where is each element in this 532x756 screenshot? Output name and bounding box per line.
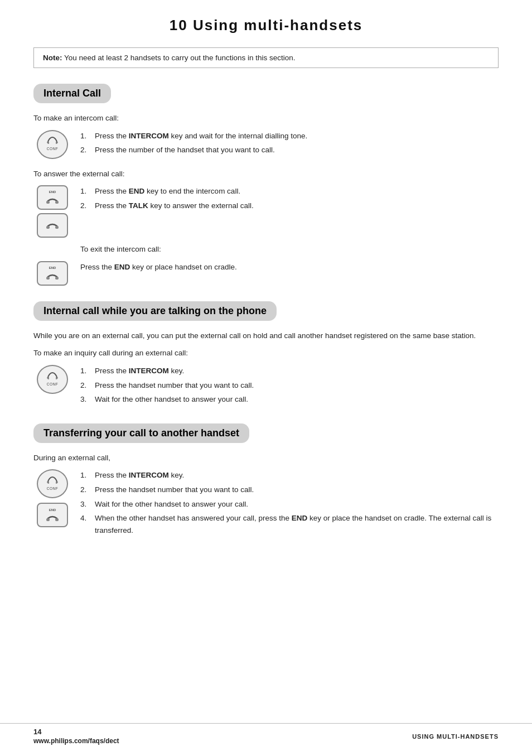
footer-page-number: 14 (33, 728, 41, 736)
intercom-phone-svg (46, 136, 59, 145)
exit-intercom-indent: To exit the intercom call: (80, 243, 499, 256)
talking-intercom-phone-svg (46, 372, 59, 381)
exit-end-button-icon: END (37, 261, 68, 286)
talk-phone-svg (46, 220, 59, 230)
note-label: Note: You need at least 2 handsets to ca… (43, 54, 296, 62)
page: 10 Using multi-handsets Note: You need a… (0, 0, 532, 756)
talking-intercom-icon-box: CONF (33, 365, 71, 394)
footer-left: 14 www.philips.com/faqs/dect (33, 727, 119, 745)
footer-url: www.philips.com/faqs/dect (33, 737, 119, 745)
intercom-button-icon: CONF (37, 130, 68, 159)
end-phone-svg (46, 196, 59, 205)
talking-intercom-label: CONF (47, 382, 58, 387)
step-item: 2. Press the handset number that you wan… (80, 484, 499, 496)
talking-steps: 1. Press the INTERCOM key. 2. Press the … (80, 365, 499, 408)
talking-intercom-button-icon: CONF (37, 365, 68, 394)
internal-call-intro-a: To make an intercom call: (33, 112, 499, 124)
talking-para2: To make an inquiry call during an extern… (33, 347, 499, 359)
step-item: 1. Press the INTERCOM key and wait for t… (80, 130, 499, 142)
transferring-intro: During an external call, (33, 452, 499, 464)
section-internal-call: Internal Call To make an intercom call: … (33, 84, 499, 286)
internal-call-steps-a: 1. Press the INTERCOM key and wait for t… (80, 130, 499, 158)
talking-steps-row: CONF 1. Press the INTERCOM key. 2. Press… (33, 365, 499, 408)
talk-button-icon (37, 213, 68, 238)
step-item: 1. Press the INTERCOM key. (80, 469, 499, 481)
transferring-icon-box: CONF END (33, 469, 71, 527)
internal-call-steps-b: 1. Press the END key to end the intercom… (80, 185, 499, 214)
end-button-icon: END (37, 185, 68, 210)
footer-center: USING MULTI-HANDSETS (412, 731, 499, 740)
transferring-steps: 1. Press the INTERCOM key. 2. Press the … (80, 469, 499, 538)
page-footer: 14 www.philips.com/faqs/dect USING MULTI… (0, 723, 532, 745)
svg-rect-7 (55, 518, 59, 521)
section-header-transferring: Transferring your call to another handse… (33, 423, 249, 443)
section-transferring: Transferring your call to another handse… (33, 423, 499, 539)
transferring-end-icon: END (37, 503, 68, 527)
transferring-steps-row: CONF END (33, 469, 499, 538)
step-item: 2. Press the handset number that you wan… (80, 379, 499, 392)
exit-intercom-row: END Press the END key or place handset o… (33, 261, 499, 286)
svg-rect-0 (46, 201, 50, 204)
svg-rect-1 (55, 201, 59, 204)
transferring-end-svg (46, 514, 59, 523)
transferring-intercom-label: CONF (47, 486, 58, 492)
section-header-internal-call: Internal Call (33, 84, 111, 103)
step-item: 2. Press the TALK key to answer the exte… (80, 200, 499, 212)
svg-rect-6 (46, 518, 50, 521)
end-talk-icon-box: END (33, 185, 71, 238)
exit-intercom-text: Press the END key or place handset on cr… (80, 261, 499, 273)
intercom-icon-box: CONF (33, 130, 71, 159)
transferring-intercom-icon: CONF (37, 469, 68, 498)
svg-rect-4 (46, 277, 50, 280)
step-item: 1. Press the END key to end the intercom… (80, 185, 499, 198)
svg-rect-3 (55, 226, 59, 229)
exit-end-icon-box: END (33, 261, 71, 286)
internal-call-intro-b: To answer the external call: (33, 168, 499, 180)
talking-para1: While you are on an external call, you c… (33, 330, 499, 342)
internal-call-end-talk-row: END (33, 185, 499, 238)
svg-rect-5 (55, 277, 59, 280)
section-internal-call-talking: Internal call while you are talking on t… (33, 301, 499, 408)
svg-rect-2 (46, 226, 50, 229)
section-header-talking: Internal call while you are talking on t… (33, 301, 277, 321)
footer-section-title: USING MULTI-HANDSETS (412, 733, 499, 740)
exit-end-phone-svg (46, 272, 59, 281)
step-item: 4. When the other handset has answered y… (80, 512, 499, 536)
internal-call-intercom-row: CONF 1. Press the INTERCOM key and wait … (33, 130, 499, 159)
intercom-label: CONF (47, 146, 58, 152)
page-title: 10 Using multi-handsets (33, 17, 499, 34)
step-item: 3. Wait for the other handset to answer … (80, 393, 499, 406)
step-item: 1. Press the INTERCOM key. (80, 365, 499, 377)
step-item: 2. Press the number of the handset that … (80, 144, 499, 156)
note-box: Note: You need at least 2 handsets to ca… (33, 47, 499, 68)
step-item: 3. Wait for the other handset to answer … (80, 498, 499, 511)
transferring-intercom-svg (46, 476, 59, 485)
